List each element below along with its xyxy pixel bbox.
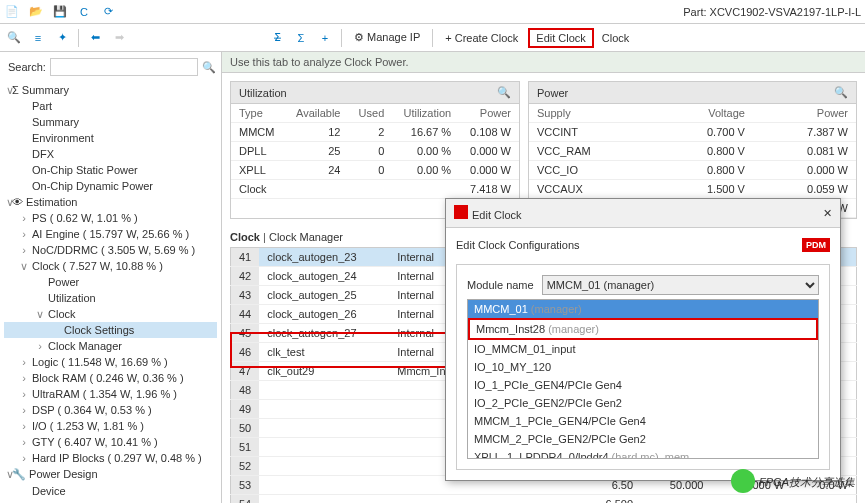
create-clock-button[interactable]: + Create Clock xyxy=(439,30,524,46)
save-icon[interactable]: 💾 xyxy=(52,4,68,20)
tree-pd[interactable]: ∨🔧 Power Design xyxy=(4,466,217,483)
module-name-select[interactable]: MMCM_01 (manager) xyxy=(542,275,819,295)
search-label: Search: xyxy=(8,61,46,73)
util-search-icon[interactable]: 🔍 xyxy=(497,86,511,99)
sigma-icon[interactable]: Σ xyxy=(291,28,311,48)
dropdown-item[interactable]: XPLL_1_LPDDR4_0/lpddr4 (hard mc)_mem xyxy=(468,448,818,459)
tree-power[interactable]: Power xyxy=(4,274,217,290)
edit-clock-button[interactable]: Edit Clock xyxy=(528,28,594,48)
reload-icon[interactable]: C xyxy=(76,4,92,20)
tree-util[interactable]: Utilization xyxy=(4,290,217,306)
tree-hip[interactable]: ›Hard IP Blocks ( 0.297 W, 0.48 % ) xyxy=(4,450,217,466)
manage-ip-button[interactable]: ⚙ Manage IP xyxy=(348,29,426,46)
new-icon[interactable]: 📄 xyxy=(4,4,20,20)
edit-clock-dialog: Edit Clock ✕ Edit Clock ConfigurationsPD… xyxy=(445,198,841,481)
tree-dsp[interactable]: ›DSP ( 0.364 W, 0.53 % ) xyxy=(4,402,217,418)
tree-summ[interactable]: Summary xyxy=(4,114,217,130)
tree-clkmgr[interactable]: ›Clock Manager xyxy=(4,338,217,354)
pdm-badge: PDM xyxy=(802,238,830,252)
power-title: Power xyxy=(537,87,568,99)
tree-est[interactable]: ∨👁 Estimation xyxy=(4,194,217,210)
dropdown-item[interactable]: MMCM_2_PCIe_GEN2/PCIe Gen2 xyxy=(468,430,818,448)
module-dropdown[interactable]: MMCM_01 (manager)Mmcm_Inst28 (manager)IO… xyxy=(467,299,819,459)
forward-icon[interactable]: ➡ xyxy=(109,28,129,48)
refresh-icon[interactable]: ⟳ xyxy=(100,4,116,20)
tree-uram[interactable]: ›UltraRAM ( 1.354 W, 1.96 % ) xyxy=(4,386,217,402)
tree-clock[interactable]: ∨Clock ( 7.527 W, 10.88 % ) xyxy=(4,258,217,274)
settings-icon[interactable]: ✦ xyxy=(52,28,72,48)
tree-noc[interactable]: ›NoC/DDRMC ( 3.505 W, 5.69 % ) xyxy=(4,242,217,258)
tree-dev[interactable]: Device xyxy=(4,483,217,499)
util-table: TypeAvailableUsedUtilizationPowerMMCM122… xyxy=(231,104,519,199)
util-title: Utilization xyxy=(239,87,287,99)
sigma-outline-icon[interactable]: Σ̶ xyxy=(267,28,287,48)
tree-ps[interactable]: ›PS ( 0.62 W, 1.01 % ) xyxy=(4,210,217,226)
plus-icon[interactable]: + xyxy=(315,28,335,48)
close-icon[interactable]: ✕ xyxy=(823,207,832,220)
tree-env[interactable]: Environment xyxy=(4,130,217,146)
tree-clkset[interactable]: Clock Settings xyxy=(4,322,217,338)
power-search-icon[interactable]: 🔍 xyxy=(834,86,848,99)
dropdown-item[interactable]: IO_MMCM_01_input xyxy=(468,340,818,358)
search-icon[interactable]: 🔍 xyxy=(4,28,24,48)
open-icon[interactable]: 📂 xyxy=(28,4,44,20)
collapse-icon[interactable]: ≡ xyxy=(28,28,48,48)
clock-label: Clock xyxy=(602,32,630,44)
dropdown-item[interactable]: MMCM_1_PCIe_GEN4/PCIe Gen4 xyxy=(468,412,818,430)
tree-ocsp[interactable]: On-Chip Static Power xyxy=(4,162,217,178)
dialog-icon xyxy=(454,205,468,219)
search-go-icon[interactable]: 🔍 xyxy=(202,61,216,74)
tree-summary[interactable]: ∨Σ Summary xyxy=(4,82,217,98)
tree-logic[interactable]: ›Logic ( 11.548 W, 16.69 % ) xyxy=(4,354,217,370)
dropdown-item[interactable]: IO_1_PCIe_GEN4/PCIe Gen4 xyxy=(468,376,818,394)
tree-ocdp[interactable]: On-Chip Dynamic Power xyxy=(4,178,217,194)
dialog-subtitle: Edit Clock Configurations xyxy=(456,239,580,251)
search-input[interactable] xyxy=(50,58,198,76)
dropdown-item[interactable]: IO_2_PCIe_GEN2/PCIe Gen2 xyxy=(468,394,818,412)
dropdown-item[interactable]: Mmcm_Inst28 (manager) xyxy=(468,318,818,340)
tree-clk[interactable]: ∨Clock xyxy=(4,306,217,322)
tree-bram[interactable]: ›Block RAM ( 0.246 W, 0.36 % ) xyxy=(4,370,217,386)
tree-dfx[interactable]: DFX xyxy=(4,146,217,162)
tree-ai[interactable]: ›AI Engine ( 15.797 W, 25.66 % ) xyxy=(4,226,217,242)
tree-io[interactable]: ›I/O ( 1.253 W, 1.81 % ) xyxy=(4,418,217,434)
watermark: FPGA技术分享选集 xyxy=(731,469,855,493)
tree-psum[interactable]: Power Summary xyxy=(4,499,217,503)
back-icon[interactable]: ⬅ xyxy=(85,28,105,48)
module-name-label: Module name xyxy=(467,279,534,291)
tree-gty[interactable]: ›GTY ( 6.407 W, 10.41 % ) xyxy=(4,434,217,450)
dialog-title: Edit Clock xyxy=(472,209,522,221)
dropdown-item[interactable]: IO_10_MY_120 xyxy=(468,358,818,376)
tree-part[interactable]: Part xyxy=(4,98,217,114)
dropdown-item[interactable]: MMCM_01 (manager) xyxy=(468,300,818,318)
part-label: Part: XCVC1902-VSVA2197-1LP-I-L xyxy=(683,6,861,18)
hint-text: Use this tab to analyze Clock Power. xyxy=(222,52,865,73)
